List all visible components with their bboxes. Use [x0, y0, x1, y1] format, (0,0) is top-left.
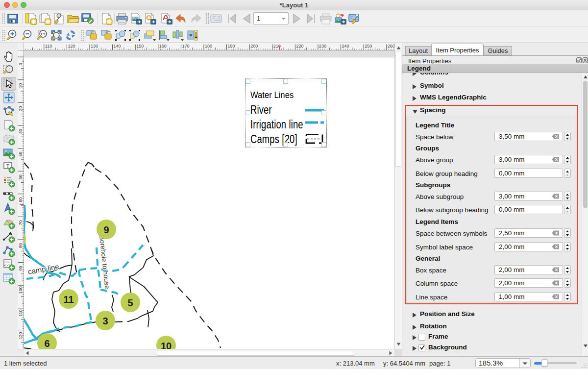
svg-text:20: 20 [18, 106, 23, 111]
svg-text:90: 90 [18, 266, 23, 271]
svg-text:9: 9 [103, 224, 109, 235]
svg-text:T: T [6, 163, 9, 169]
svg-text:160: 160 [159, 44, 167, 49]
svg-text:70: 70 [18, 220, 23, 225]
svg-text:11: 11 [63, 294, 74, 305]
svg-text:60: 60 [18, 197, 23, 202]
svg-text:50: 50 [18, 174, 23, 179]
svg-text:170: 170 [182, 44, 189, 49]
svg-text:220: 220 [296, 44, 303, 49]
svg-text:230: 230 [319, 44, 326, 49]
svg-text:250: 250 [365, 44, 372, 49]
svg-text:30: 30 [18, 129, 23, 134]
svg-text:0: 0 [18, 63, 23, 65]
svg-text:1:1: 1:1 [41, 32, 46, 36]
svg-text:260: 260 [388, 44, 395, 49]
svg-text:3: 3 [102, 316, 108, 326]
svg-text:240: 240 [342, 44, 349, 49]
svg-text:6: 6 [44, 338, 49, 349]
svg-text:10: 10 [161, 341, 172, 349]
svg-text:40: 40 [18, 152, 23, 157]
svg-text:200: 200 [250, 44, 258, 49]
svg-text:180: 180 [205, 44, 212, 49]
svg-text:110: 110 [45, 44, 52, 49]
svg-text:140: 140 [114, 44, 121, 49]
svg-text:120: 120 [68, 44, 75, 49]
svg-text:5: 5 [127, 297, 133, 308]
svg-text:80: 80 [18, 243, 23, 248]
svg-text:190: 190 [228, 44, 235, 49]
svg-text:10: 10 [18, 83, 23, 88]
svg-text:150: 150 [136, 44, 144, 49]
svg-text:130: 130 [91, 44, 98, 49]
